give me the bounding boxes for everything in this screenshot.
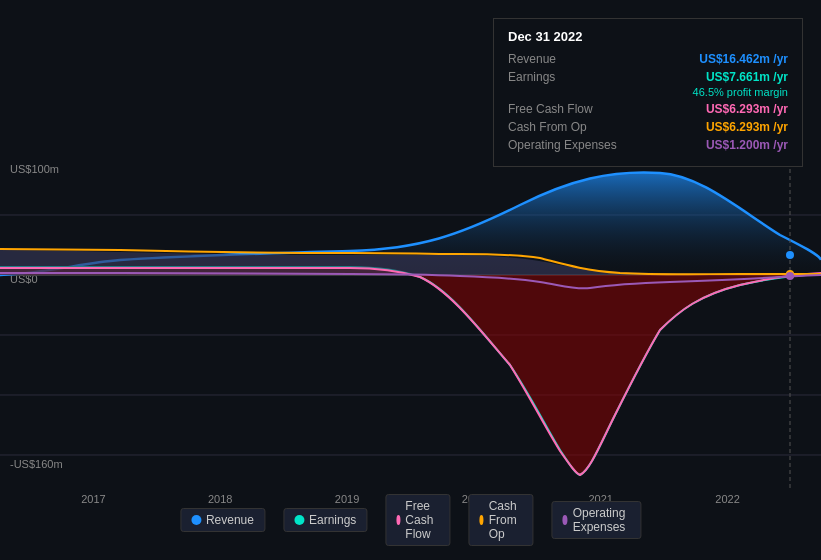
legend-dot-fcf: [396, 515, 400, 525]
tooltip-row-cashfromop: Cash From Op US$6.293m /yr: [508, 120, 788, 134]
x-label-2017: 2017: [81, 493, 105, 505]
legend-label-cashfromop: Cash From Op: [489, 499, 523, 541]
tooltip-value-revenue: US$16.462m /yr: [699, 52, 788, 66]
chart-container: Dec 31 2022 Revenue US$16.462m /yr Earni…: [0, 0, 821, 560]
chart-svg: [0, 155, 821, 490]
opex-dot: [786, 272, 794, 280]
tooltip-sub-margin: 46.5% profit margin: [508, 86, 788, 98]
revenue-dot: [786, 251, 794, 259]
legend-dot-opex: [562, 515, 567, 525]
tooltip-value-earnings: US$7.661m /yr: [706, 70, 788, 84]
legend-dot-revenue: [191, 515, 201, 525]
tooltip-label-opex: Operating Expenses: [508, 138, 628, 152]
tooltip-date: Dec 31 2022: [508, 29, 788, 44]
legend-item-cashfromop[interactable]: Cash From Op: [468, 494, 533, 546]
tooltip-label-fcf: Free Cash Flow: [508, 102, 628, 116]
legend: Revenue Earnings Free Cash Flow Cash Fro…: [180, 494, 641, 546]
legend-dot-earnings: [294, 515, 304, 525]
tooltip-margin-value: 46.5% profit margin: [693, 86, 788, 98]
tooltip-row-fcf: Free Cash Flow US$6.293m /yr: [508, 102, 788, 116]
tooltip-row-opex: Operating Expenses US$1.200m /yr: [508, 138, 788, 152]
legend-item-earnings[interactable]: Earnings: [283, 508, 367, 532]
tooltip-row-earnings: Earnings US$7.661m /yr: [508, 70, 788, 84]
tooltip-value-opex: US$1.200m /yr: [706, 138, 788, 152]
legend-label-earnings: Earnings: [309, 513, 356, 527]
legend-item-revenue[interactable]: Revenue: [180, 508, 265, 532]
legend-item-fcf[interactable]: Free Cash Flow: [385, 494, 450, 546]
legend-dot-cashfromop: [479, 515, 483, 525]
legend-label-revenue: Revenue: [206, 513, 254, 527]
legend-label-opex: Operating Expenses: [573, 506, 630, 534]
legend-label-fcf: Free Cash Flow: [405, 499, 439, 541]
tooltip-label-revenue: Revenue: [508, 52, 628, 66]
legend-item-opex[interactable]: Operating Expenses: [551, 501, 641, 539]
tooltip-label-earnings: Earnings: [508, 70, 628, 84]
x-label-2022: 2022: [715, 493, 739, 505]
tooltip-label-cashfromop: Cash From Op: [508, 120, 628, 134]
tooltip-value-fcf: US$6.293m /yr: [706, 102, 788, 116]
tooltip-value-cashfromop: US$6.293m /yr: [706, 120, 788, 134]
tooltip-box: Dec 31 2022 Revenue US$16.462m /yr Earni…: [493, 18, 803, 167]
tooltip-row-revenue: Revenue US$16.462m /yr: [508, 52, 788, 66]
earnings-dip-area: [0, 267, 821, 475]
